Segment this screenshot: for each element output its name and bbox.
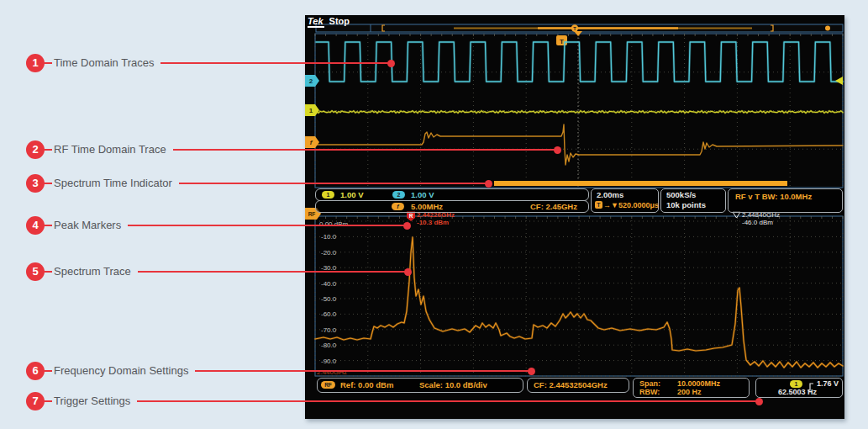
callout-label-7: Trigger Settings xyxy=(54,395,130,408)
ref-level: Ref: 0.00 dBm xyxy=(340,380,393,389)
horizontal-readout: 2.00ms T →▼520.0000μs xyxy=(591,188,659,213)
callout-dot xyxy=(554,146,561,154)
ch1-badge: 1 xyxy=(322,191,334,199)
callout-dot xyxy=(403,222,411,230)
spectrum-trace xyxy=(315,237,843,368)
callout-number-4: 4 xyxy=(26,216,45,235)
callout-dot xyxy=(404,268,412,276)
horizontal-scale: 2.00ms xyxy=(597,190,623,199)
callout-number-2: 2 xyxy=(26,140,45,159)
ch1-trace xyxy=(315,111,843,114)
tek-logo: Tek xyxy=(308,16,324,28)
vertical-scale-readout: 1 1.00 V 2 1.00 V xyxy=(315,188,589,201)
callout-number-5: 5 xyxy=(26,262,45,281)
callout-number-6: 6 xyxy=(26,362,45,380)
svg-text:-80.0: -80.0 xyxy=(321,342,337,349)
rf-reference-readout: RF Ref: 0.00 dBm Scale: 10.0 dB/div xyxy=(317,378,523,393)
reference-peak-marker: R2.44226GHz-10.3 dBm xyxy=(407,211,455,226)
center-frequency: CF: 2.44532504GHz xyxy=(534,380,608,389)
callout-label-2: RF Time Domain Trace xyxy=(54,143,166,156)
delta-peak-marker: 2.44840GHz-46.0 dBm xyxy=(733,211,780,226)
svg-text:-40.0: -40.0 xyxy=(321,280,337,288)
rbw-label: RBW: xyxy=(639,388,660,396)
callout-connector xyxy=(45,225,52,226)
trigger-frequency: 62.5003 Hz xyxy=(778,388,817,396)
callout-label-1: Time Domain Traces xyxy=(54,56,154,70)
oscilloscope-screen: TT0.00 dBm-10.0-20.0-30.0-40.0-50.0-60.0… xyxy=(305,15,844,419)
ch2-badge: 2 xyxy=(392,191,405,199)
rbw-value: 200 Hz xyxy=(677,388,702,396)
callout-number-7: 7 xyxy=(26,392,45,410)
scope-display: TT0.00 dBm-10.0-20.0-30.0-40.0-50.0-60.0… xyxy=(305,15,844,419)
cf-readout: CF: 2.45GHz xyxy=(530,202,577,211)
vertical-scale-db: Scale: 10.0 dB/div xyxy=(419,380,487,389)
span-rbw-readout: Span: 10.0000MHz RBW: 200 Hz xyxy=(633,378,750,398)
sample-rate: 500kS/s xyxy=(666,190,696,199)
svg-text:R: R xyxy=(409,213,413,219)
ch2-square-wave-trace xyxy=(316,42,843,82)
callout-line xyxy=(138,271,408,273)
svg-text:1: 1 xyxy=(309,107,313,114)
callout-connector xyxy=(45,400,52,402)
acquisition-readout: 500kS/s 10k points xyxy=(660,188,726,213)
callout-line xyxy=(195,370,531,372)
rf-badge: RF xyxy=(321,381,335,389)
rf-channel-badge: f xyxy=(392,203,404,210)
scope-header: TekStop xyxy=(308,16,350,26)
svg-text:RF: RF xyxy=(308,211,316,217)
trigger-readout: 1 1.76 V 62.5003 Hz xyxy=(755,378,843,398)
callout-line xyxy=(160,62,391,64)
rf-bandwidth: RF v T BW: 10.0MHz xyxy=(735,192,812,201)
spectrum-axis-labels: 0.00 dBm-10.0-20.0-30.0-40.0-50.0-60.0-7… xyxy=(317,220,349,376)
svg-text:-60.0: -60.0 xyxy=(321,310,337,318)
trigger-level-arrow-icon xyxy=(835,77,843,85)
svg-text:T: T xyxy=(560,38,564,45)
callout-connector xyxy=(45,62,52,64)
ch2-scale: 1.00 V xyxy=(411,190,434,199)
rf-bandwidth-readout: RF v T BW: 10.0MHz xyxy=(728,188,843,213)
trigger-time-badge: T xyxy=(595,201,602,209)
acquisition-status: Stop xyxy=(329,16,350,26)
rf-f-channel-badge: f xyxy=(305,136,319,148)
svg-text:2: 2 xyxy=(309,77,313,85)
svg-text:-70.0: -70.0 xyxy=(321,326,337,334)
trigger-level: 1.76 V xyxy=(817,379,839,388)
record-length: 10k points xyxy=(666,200,706,209)
svg-text:-46.0 dBm: -46.0 dBm xyxy=(742,219,773,226)
callout-line xyxy=(137,400,759,402)
ch1-channel-badge: 1 xyxy=(305,104,319,116)
rf-scale-readout: f 5.00MHz CF: 2.45GHz xyxy=(315,200,589,213)
callout-connector xyxy=(45,149,52,151)
spectrum-time-indicator-bar xyxy=(494,181,787,186)
trigger-source-badge: 1 xyxy=(790,380,802,388)
center-frequency-readout: CF: 2.44532504GHz xyxy=(527,378,629,393)
rf-scale: 5.00MHz xyxy=(411,202,443,211)
callout-label-3: Spectrum Time Indicator xyxy=(54,177,172,190)
trigger-time: →▼520.0000μs xyxy=(603,201,659,209)
callout-label-4: Peak Markers xyxy=(54,219,121,232)
svg-text:-90.0: -90.0 xyxy=(321,358,337,365)
ch2-channel-badge: 2 xyxy=(305,75,319,87)
callout-line xyxy=(128,225,407,226)
callout-dot xyxy=(755,398,763,405)
callout-connector xyxy=(45,271,52,273)
callout-dot xyxy=(528,368,535,375)
svg-text:-10.3 dBm: -10.3 dBm xyxy=(417,219,449,226)
callout-line xyxy=(179,183,488,184)
span-value: 10.0000MHz xyxy=(677,379,720,388)
span-label: Span: xyxy=(639,379,660,388)
callout-label-6: Frequency Domain Settings xyxy=(54,364,188,378)
callout-connector xyxy=(45,183,52,184)
ch1-scale: 1.00 V xyxy=(340,190,363,199)
callout-number-1: 1 xyxy=(26,54,45,72)
callout-dot xyxy=(485,180,492,188)
svg-text:-50.0: -50.0 xyxy=(321,295,337,303)
svg-text:-10.0: -10.0 xyxy=(321,233,337,241)
callout-connector xyxy=(45,370,52,372)
annotated-figure: 1Time Domain Traces2RF Time Domain Trace… xyxy=(0,0,868,429)
callout-line xyxy=(173,149,557,151)
svg-text:-20.0: -20.0 xyxy=(321,249,337,257)
callout-dot xyxy=(387,60,395,67)
callout-number-3: 3 xyxy=(26,174,45,193)
callout-label-5: Spectrum Trace xyxy=(54,265,131,278)
